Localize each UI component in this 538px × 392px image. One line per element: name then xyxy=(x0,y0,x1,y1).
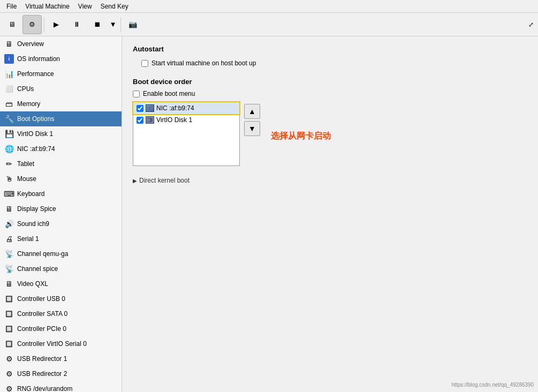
controller-virtio-serial-0-icon: 🔲 xyxy=(4,339,14,349)
os-info-icon: i xyxy=(4,54,14,64)
menubar: File Virtual Machine View Send Key xyxy=(0,0,538,13)
sidebar-item-boot-options[interactable]: 🔧 Boot Options xyxy=(0,111,122,126)
menu-virtual-machine[interactable]: Virtual Machine xyxy=(21,2,74,11)
boot-device-list: NIC :af:b9:74 VirtIO Disk 1 xyxy=(133,102,240,166)
main-layout: 🖥 Overview i OS information 📊 Performanc… xyxy=(0,36,538,392)
autostart-title: Autostart xyxy=(133,45,527,53)
keyboard-icon: ⌨ xyxy=(4,189,14,199)
sidebar-item-rng-dev-urandom[interactable]: ⚙ RNG /dev/urandom xyxy=(0,381,122,392)
sidebar-label-usb-redirector-2: USB Redirector 2 xyxy=(17,370,67,378)
enable-boot-menu-row: Enable boot menu xyxy=(133,90,527,97)
sidebar-item-os-information[interactable]: i OS information xyxy=(0,51,122,66)
sidebar-item-nic[interactable]: 🌐 NIC :af:b9:74 xyxy=(0,141,122,156)
direct-kernel-boot-header[interactable]: ▶ Direct kernel boot xyxy=(133,177,527,184)
boot-order-section: Boot device order Enable boot menu NIC :… xyxy=(133,78,527,166)
sidebar-item-display-spice[interactable]: 🖥 Display Spice xyxy=(0,201,122,216)
boot-options-icon: 🔧 xyxy=(4,114,14,124)
sidebar-label-os-information: OS information xyxy=(17,55,60,63)
settings-button[interactable]: ⚙ xyxy=(22,15,42,34)
mouse-icon: 🖱 xyxy=(4,174,14,184)
svg-rect-0 xyxy=(147,107,153,110)
sidebar-item-controller-usb-0[interactable]: 🔲 Controller USB 0 xyxy=(0,291,122,306)
enable-boot-menu-checkbox[interactable] xyxy=(133,91,140,97)
sidebar-label-cpus: CPUs xyxy=(17,85,34,93)
sidebar-item-sound-ich9[interactable]: 🔊 Sound ich9 xyxy=(0,216,122,231)
memory-icon: 🗃 xyxy=(4,99,14,109)
overview-icon: 🖥 xyxy=(4,39,14,49)
menu-file[interactable]: File xyxy=(2,2,21,11)
sound-icon: 🔊 xyxy=(4,219,14,229)
channel-spice-icon: 📡 xyxy=(4,264,14,274)
menu-send-key[interactable]: Send Key xyxy=(96,2,133,11)
sidebar-item-keyboard[interactable]: ⌨ Keyboard xyxy=(0,186,122,201)
sidebar-label-channel-spice: Channel spice xyxy=(17,265,58,273)
boot-nic-checkbox[interactable] xyxy=(137,105,143,112)
serial-icon: 🖨 xyxy=(4,234,14,244)
autostart-checkbox[interactable] xyxy=(141,60,148,67)
annotation-text: 选择从网卡启动 xyxy=(271,131,331,142)
toolbar: 🖥 ⚙ ▶ ⏸ ⏹ ▼ 📷 ⤢ xyxy=(0,13,538,36)
sidebar-item-controller-sata-0[interactable]: 🔲 Controller SATA 0 xyxy=(0,306,122,321)
sidebar-label-overview: Overview xyxy=(17,40,44,48)
sidebar-item-controller-virtio-serial-0[interactable]: 🔲 Controller VirtIO Serial 0 xyxy=(0,336,122,351)
tablet-icon: ✏ xyxy=(4,159,14,169)
sidebar-item-tablet[interactable]: ✏ Tablet xyxy=(0,156,122,171)
stop-button[interactable]: ⏹ xyxy=(87,15,107,34)
play-button[interactable]: ▶ xyxy=(47,15,66,34)
autostart-checkbox-label: Start virtual machine on host boot up xyxy=(151,59,256,67)
monitor-button[interactable]: 🖥 xyxy=(2,15,21,34)
controller-sata-0-icon: 🔲 xyxy=(4,309,14,319)
autostart-checkbox-row: Start virtual machine on host boot up xyxy=(141,59,527,67)
content-area: Autostart Start virtual machine on host … xyxy=(122,36,538,392)
sidebar-item-usb-redirector-2[interactable]: ⚙ USB Redirector 2 xyxy=(0,366,122,381)
sidebar-item-controller-pcie-0[interactable]: 🔲 Controller PCIe 0 xyxy=(0,321,122,336)
sidebar-item-usb-redirector-1[interactable]: ⚙ USB Redirector 1 xyxy=(0,351,122,366)
virtio-device-icon xyxy=(146,116,154,124)
cpus-icon: ⬜ xyxy=(4,84,14,94)
sidebar-item-virtio-disk-1[interactable]: 💾 VirtIO Disk 1 xyxy=(0,126,122,141)
controller-usb-0-icon: 🔲 xyxy=(4,294,14,304)
virtio-disk-icon: 💾 xyxy=(4,129,14,139)
performance-icon: 📊 xyxy=(4,69,14,79)
sidebar-item-channel-spice[interactable]: 📡 Channel spice xyxy=(0,261,122,276)
nic-device-icon xyxy=(146,104,154,112)
sidebar-item-memory[interactable]: 🗃 Memory xyxy=(0,96,122,111)
sidebar-label-controller-sata-0: Controller SATA 0 xyxy=(17,310,67,318)
stop-dropdown[interactable]: ▼ xyxy=(108,15,118,34)
boot-order-title: Boot device order xyxy=(133,78,527,86)
sidebar-label-serial-1: Serial 1 xyxy=(17,235,39,243)
boot-nic-label: NIC :af:b9:74 xyxy=(156,104,194,112)
sidebar-label-controller-usb-0: Controller USB 0 xyxy=(17,295,65,303)
sidebar-item-performance[interactable]: 📊 Performance xyxy=(0,66,122,81)
rng-icon: ⚙ xyxy=(4,384,14,392)
sidebar-label-rng-dev-urandom: RNG /dev/urandom xyxy=(17,385,72,392)
pause-button[interactable]: ⏸ xyxy=(67,15,86,34)
sidebar-label-usb-redirector-1: USB Redirector 1 xyxy=(17,355,67,363)
sidebar-item-overview[interactable]: 🖥 Overview xyxy=(0,36,122,51)
nic-icon: 🌐 xyxy=(4,144,14,154)
resize-icon[interactable]: ⤢ xyxy=(526,19,536,31)
stop-dropdown-arrow[interactable]: ▼ xyxy=(108,15,118,34)
boot-arrow-buttons: ▲ ▼ xyxy=(244,104,260,136)
boot-list-item-nic[interactable]: NIC :af:b9:74 xyxy=(133,102,239,114)
sidebar-item-video-qxl[interactable]: 🖥 Video QXL xyxy=(0,276,122,291)
boot-virtio-label: VirtIO Disk 1 xyxy=(156,116,192,124)
direct-kernel-boot-label: Direct kernel boot xyxy=(139,177,190,184)
boot-list-item-virtio[interactable]: VirtIO Disk 1 xyxy=(133,114,239,126)
sidebar-label-virtio-disk-1: VirtIO Disk 1 xyxy=(17,130,53,138)
sidebar-item-mouse[interactable]: 🖱 Mouse xyxy=(0,171,122,186)
svg-rect-2 xyxy=(150,108,151,109)
sidebar-item-serial-1[interactable]: 🖨 Serial 1 xyxy=(0,231,122,246)
move-up-button[interactable]: ▲ xyxy=(244,104,260,119)
controller-pcie-0-icon: 🔲 xyxy=(4,324,14,334)
sidebar-label-display-spice: Display Spice xyxy=(17,205,56,213)
sidebar-label-performance: Performance xyxy=(17,70,54,78)
enable-boot-menu-label: Enable boot menu xyxy=(143,90,195,97)
menu-view[interactable]: View xyxy=(74,2,96,11)
sidebar-item-channel-qemu-ga[interactable]: 📡 Channel qemu-ga xyxy=(0,246,122,261)
screenshot-button[interactable]: 📷 xyxy=(123,15,142,34)
boot-virtio-checkbox[interactable] xyxy=(137,117,143,124)
sidebar: 🖥 Overview i OS information 📊 Performanc… xyxy=(0,36,122,392)
sidebar-item-cpus[interactable]: ⬜ CPUs xyxy=(0,81,122,96)
move-down-button[interactable]: ▼ xyxy=(244,121,260,136)
